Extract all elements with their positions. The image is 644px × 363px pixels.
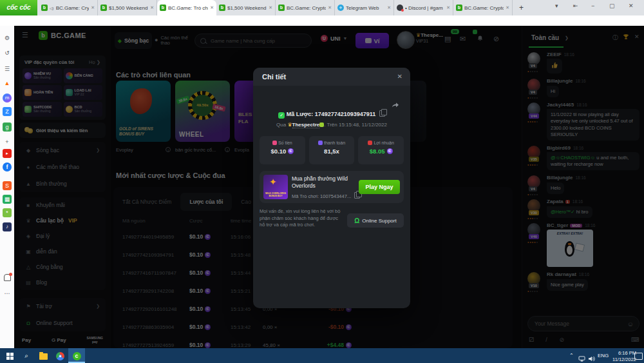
file-explorer[interactable] (35, 348, 52, 363)
browser-tab[interactable]: b$1,500 Weekend Ev✕ (98, 0, 157, 15)
browser-tab[interactable]: b◁)BC.Game: Crypto✕ (39, 0, 98, 15)
browser-tab[interactable]: bBC.Game: Trò chơi s✕ (157, 0, 216, 15)
history-icon[interactable]: ↺ (3, 48, 12, 57)
bcgame-favicon: b (278, 5, 285, 11)
chrome-taskbar-icon[interactable] (52, 348, 68, 363)
network-icon[interactable] (578, 353, 585, 358)
shopee-icon[interactable]: S (3, 181, 12, 190)
tab-title: $1,500 Weekend Ev (109, 5, 148, 11)
bcgame-favicon: b (41, 5, 48, 11)
tab-title: • Discord | #gam (405, 5, 444, 11)
tab-close-icon[interactable]: ✕ (506, 5, 509, 10)
coccoc-menu-button[interactable]: cốc cốc (0, 0, 37, 15)
telegram-favicon: ✈ (337, 5, 344, 11)
browser-tab[interactable]: bBC.Game: Crypto Ca✕ (276, 0, 335, 15)
hotlist-icon[interactable]: ▲ (3, 79, 12, 88)
games-icon[interactable]: g (3, 123, 12, 132)
game-title: Mua phần thưởng Wild Overlords (292, 175, 355, 190)
taskbar-search[interactable]: ⌕ (18, 348, 35, 363)
bet-id-row: ✓ Mã Lược: 1749277421093947911 (253, 110, 410, 119)
tab-close-icon[interactable]: ✕ (328, 5, 332, 10)
browser-tab[interactable]: ✈Telegram Web✕ (335, 0, 394, 15)
browser-side-strip: ⚙↺☰▲mZg+▸fS▦*♪⋯ (0, 26, 15, 348)
stat-label: Lợi nhuận (358, 141, 404, 145)
facebook-icon[interactable]: f (3, 162, 12, 172)
tab-close-icon[interactable]: ✕ (269, 5, 272, 10)
coin-icon: C (387, 148, 393, 154)
browser-address-bar: ← → ↻ bc.game/vi/game/wild-overlords-bon… (0, 15, 644, 26)
bet-details-modal: Chi tiết ✕ ✓ Mã Lược: 174927742109394791… (253, 68, 410, 308)
browser-tab[interactable]: b$1,500 Weekend Ev✕ (216, 0, 276, 15)
bet-stat: thanh toán81,5x (309, 136, 355, 164)
notifications-icon[interactable] (4, 274, 11, 281)
share-bet-icon[interactable] (391, 99, 399, 105)
bcgame-favicon: b (100, 5, 107, 11)
player-link[interactable]: Thespectre (292, 122, 320, 128)
browser-tab-strip: cốc cốc b◁)BC.Game: Crypto✕b$1,500 Weeke… (0, 0, 644, 15)
support-note: Mọi vấn đề, xin vui lòng liên hệ với bộ … (260, 208, 342, 229)
starburst-icon: ✦ (269, 177, 277, 187)
minimize-button[interactable]: − (591, 3, 594, 9)
copy-icon[interactable] (379, 110, 385, 117)
more-icon[interactable]: ⋯ (3, 289, 12, 298)
tab-close-icon[interactable]: ✕ (446, 5, 450, 10)
start-button[interactable] (1, 348, 18, 363)
fresh-icon[interactable]: * (3, 208, 12, 217)
screen: cốc cốc b◁)BC.Game: Crypto✕b$1,500 Weeke… (0, 0, 644, 363)
tray-expand-icon[interactable]: ⌃ (569, 348, 574, 363)
collapse-icon[interactable]: ⇤ (573, 3, 578, 9)
language-indicator[interactable]: ENG (598, 348, 609, 363)
play-now-button[interactable]: Play Ngay (359, 180, 400, 194)
stat-value: 81,5x (309, 148, 355, 155)
tab-close-icon[interactable]: ✕ (91, 5, 95, 10)
youtube-icon[interactable]: ▸ (3, 149, 12, 158)
tab-close-icon[interactable]: ✕ (210, 5, 214, 10)
add-shortcut-icon[interactable]: + (3, 137, 12, 146)
modal-title: Chi tiết (262, 73, 286, 81)
online-support-button[interactable]: Ω Online Support (347, 213, 404, 228)
modal-close-icon[interactable]: ✕ (397, 73, 402, 80)
video-icon[interactable]: ♪ (3, 222, 12, 231)
stat-label: thanh toán (309, 141, 355, 145)
browser-tab[interactable]: bBC.Game: Crypto Ca✕ (453, 0, 513, 15)
bcgame-favicon: b (219, 5, 225, 11)
reader-icon[interactable]: ☰ (3, 64, 12, 74)
tab-close-icon[interactable]: ✕ (150, 5, 154, 10)
bcgame-favicon: b (456, 5, 462, 11)
verified-shield-icon: ✓ (278, 112, 285, 119)
bet-stat: Lợi nhuận$8.05C (358, 136, 404, 164)
store-icon[interactable]: ▦ (3, 195, 12, 204)
stat-icon (318, 141, 323, 145)
settings-icon[interactable]: ⚙ (3, 34, 12, 43)
tab-title: BC.Game: Crypto Ca (464, 5, 504, 11)
action-center-icon[interactable] (634, 353, 643, 360)
headset-icon: Ω (354, 217, 359, 224)
charts-icon[interactable]: Z (3, 107, 12, 116)
bcgame-favicon: b (160, 5, 166, 11)
tab-title: $1,500 Weekend Ev (227, 5, 267, 11)
stat-label: Số tiền (260, 141, 305, 145)
modal-game-card: ✦ WILD OVERLORDSBONUS BUY Mua phần thưởn… (260, 171, 404, 203)
coin-icon: C (288, 148, 294, 154)
new-tab-button[interactable]: + (519, 3, 524, 12)
browser-tab[interactable]: • Discord | #gam✕ (394, 0, 453, 15)
maximize-button[interactable]: ▢ (609, 3, 615, 9)
tab-title: BC.Game: Crypto Ca (287, 5, 326, 11)
modal-header: Chi tiết ✕ (253, 68, 410, 86)
browser-tabs: b◁)BC.Game: Crypto✕b$1,500 Weekend Ev✕bB… (39, 0, 513, 15)
coccoc-taskbar-icon[interactable]: c (68, 348, 85, 363)
pet-icon (319, 123, 324, 127)
discord-favicon (397, 5, 403, 11)
close-window-button[interactable]: ✕ (629, 3, 634, 9)
stat-icon (272, 141, 277, 145)
crown-icon: ♛ (287, 122, 292, 128)
tab-search-icon[interactable]: ▾ (555, 3, 558, 9)
stat-value: $0.10C (260, 148, 305, 155)
volume-icon[interactable] (588, 353, 595, 358)
bet-stats: Số tiền$0.10Cthanh toán81,5xLợi nhuận$8.… (260, 136, 404, 164)
game-code: Mã Trò chơi: 1007543447... (292, 192, 360, 199)
clock[interactable]: 6:16 PM11/12/2022 (609, 348, 636, 363)
windows-taskbar: ⌕ c ⌃ ENG 6:16 PM11/12/2022 (0, 348, 644, 363)
messenger-icon[interactable]: m (3, 93, 12, 103)
tab-close-icon[interactable]: ✕ (387, 5, 391, 10)
